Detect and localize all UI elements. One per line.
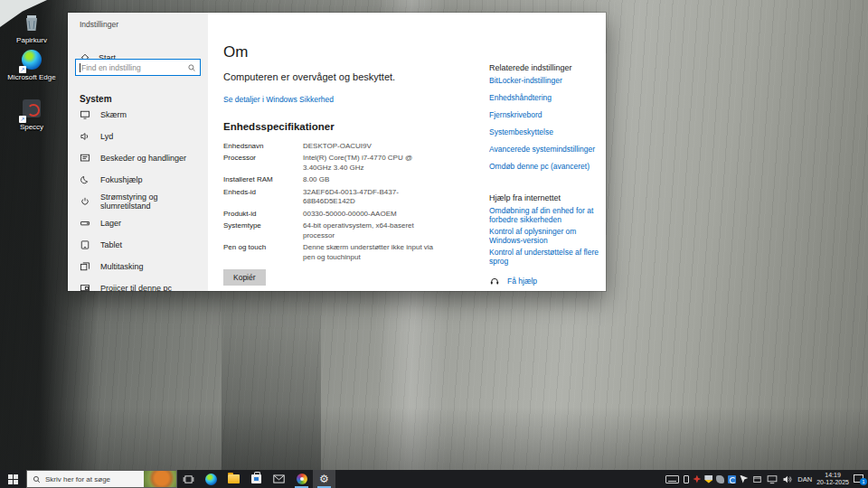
sidebar-section-title: System [80, 94, 112, 104]
taskbar-apps: ⚙ [177, 470, 335, 488]
paint-button[interactable] [290, 470, 313, 488]
rename-pc-advanced-link[interactable]: Omdøb denne pc (avanceret) [489, 162, 605, 171]
task-view-icon [183, 474, 194, 485]
system-protection-link[interactable]: Systembeskyttelse [489, 127, 605, 136]
search-icon [33, 475, 41, 483]
desktop-icon-recycle-bin[interactable]: Papirkurv [5, 13, 58, 44]
sidebar-item-label: Lager [100, 219, 121, 228]
speaker-icon [80, 131, 90, 142]
edge-icon: ↗ [21, 50, 42, 71]
sidebar-item-power-sleep[interactable]: Strømstyring og slumretilstand [68, 191, 208, 212]
settings-sidebar: Start System Skærm [68, 13, 208, 291]
volume-icon[interactable] [782, 474, 793, 484]
store-icon [251, 474, 261, 483]
settings-search-input[interactable] [81, 63, 187, 72]
tablet-icon [80, 239, 90, 250]
spec-value: Intel(R) Core(TM) i7-4770 CPU @ 3.40GHz … [303, 154, 439, 173]
spec-label: Installeret RAM [223, 175, 303, 185]
window-title: Indstillinger [80, 20, 118, 29]
mail-icon [273, 474, 285, 483]
sidebar-item-storage[interactable]: Lager [68, 212, 208, 234]
gear-icon: ⚙ [319, 474, 329, 484]
headset-icon [489, 276, 500, 286]
start-button[interactable] [0, 470, 26, 488]
sidebar-item-project[interactable]: Projicer til denne pc [68, 277, 208, 291]
touch-keyboard-icon[interactable] [665, 475, 679, 483]
get-help-row[interactable]: Få hjælp [489, 276, 537, 286]
network-ethernet-icon[interactable] [767, 474, 778, 484]
spec-value: DESKTOP-OACUI9V [303, 142, 439, 152]
device-manager-link[interactable]: Enhedshåndtering [489, 93, 605, 102]
sidebar-item-multitasking[interactable]: Multitasking [68, 256, 208, 277]
get-help-link[interactable]: Få hjælp [507, 277, 537, 286]
desktop-icon-speccy[interactable]: ↗ Speccy [5, 99, 58, 131]
clock-time: 14:19 [816, 472, 849, 479]
windows-logo-icon [8, 474, 18, 484]
spec-value: 64-bit operativsystem, x64-baseret proce… [303, 221, 439, 240]
taskbar-edge-button[interactable] [200, 470, 222, 488]
remote-desktop-link[interactable]: Fjernskrivebord [489, 110, 605, 119]
desktop-icon-label: Microsoft Edge [5, 73, 58, 81]
desktop: Papirkurv ↗ Microsoft Edge ↗ Speccy Star… [0, 0, 868, 488]
paint-icon [297, 474, 307, 484]
tray-pointer-icon[interactable] [740, 475, 748, 483]
taskbar-clock[interactable]: 14:19 20-12-2025 [816, 472, 849, 486]
help-windows-version-link[interactable]: Kontrol af oplysninger om Windows-versio… [489, 227, 605, 245]
desktop-icon-label: Papirkurv [5, 36, 58, 44]
sidebar-item-label: Skærm [100, 110, 127, 119]
spec-label: Systemtype [223, 221, 303, 231]
desktop-icon-label: Speccy [5, 123, 58, 131]
spec-label: Enheds-id [223, 188, 303, 198]
spec-value: 00330-50000-00000-AAOEM [303, 210, 439, 220]
tray-phone-icon[interactable] [684, 475, 689, 483]
bitlocker-link[interactable]: BitLocker-indstillinger [489, 76, 605, 85]
multitasking-icon [80, 261, 90, 272]
tray-app-gray-icon[interactable] [716, 475, 724, 483]
tray-app-red-icon[interactable] [693, 475, 701, 483]
microsoft-store-button[interactable] [245, 470, 268, 488]
display-icon [80, 109, 90, 120]
sidebar-item-notifications[interactable]: Beskeder og handlinger [68, 147, 208, 169]
search-highlight-image[interactable] [144, 471, 176, 487]
task-view-button[interactable] [177, 470, 200, 488]
sidebar-item-label: Strømstyring og slumretilstand [100, 192, 208, 211]
action-center-button[interactable]: 1 [854, 474, 865, 484]
help-rename-device-link[interactable]: Omdøbning af din enhed for at forbedre s… [489, 206, 605, 224]
search-icon [187, 63, 196, 72]
tray-security-shield-icon[interactable] [704, 475, 712, 483]
security-details-link[interactable]: Se detaljer i Windows Sikkerhed [223, 95, 334, 104]
sidebar-item-label: Lyd [100, 132, 113, 141]
recycle-bin-icon [21, 13, 42, 34]
help-language-support-link[interactable]: Kontrol af understøttelse af flere sprog [489, 248, 605, 266]
taskbar-search-box[interactable] [26, 470, 177, 488]
system-tray: DAN 14:19 20-12-2025 1 [665, 470, 868, 488]
copy-button[interactable]: Kopiér [223, 269, 266, 286]
edge-icon [205, 474, 217, 485]
notification-badge: 1 [860, 478, 867, 485]
settings-taskbar-button[interactable]: ⚙ [313, 470, 335, 488]
advanced-system-settings-link[interactable]: Avancerede systemindstillinger [489, 145, 605, 154]
language-indicator[interactable]: DAN [797, 475, 812, 483]
sidebar-item-focus-assist[interactable]: Fokushjælp [68, 169, 208, 191]
spec-label: Produkt-id [223, 210, 303, 220]
taskbar: ⚙ DAN 14 [0, 470, 868, 488]
sidebar-item-tablet[interactable]: Tablet [68, 234, 208, 256]
security-status-text: Computeren er overvåget og beskyttet. [223, 70, 415, 84]
tray-overflow-icons [684, 475, 748, 483]
related-settings-heading: Relaterede indstillinger [489, 63, 605, 72]
page-title: Om [223, 43, 606, 61]
desktop-icon-edge[interactable]: ↗ Microsoft Edge [5, 50, 58, 81]
tray-app-blue-icon[interactable] [728, 475, 736, 483]
spec-value: 32AEF6D4-0013-47DF-B437-68B46D5E142D [303, 188, 439, 207]
web-help-heading: Hjælp fra internettet [489, 193, 605, 202]
sidebar-item-display[interactable]: Skærm [68, 104, 208, 126]
tray-window-icon[interactable] [752, 474, 762, 484]
settings-search-box[interactable] [75, 59, 201, 76]
file-explorer-button[interactable] [222, 470, 245, 488]
project-icon [80, 283, 90, 291]
sidebar-item-sound[interactable]: Lyd [68, 126, 208, 147]
sidebar-item-label: Projicer til denne pc [100, 284, 172, 291]
settings-window: Start System Skærm [68, 13, 606, 291]
mail-button[interactable] [268, 470, 290, 488]
spec-value: Denne skærm understøtter ikke input via … [303, 243, 439, 262]
